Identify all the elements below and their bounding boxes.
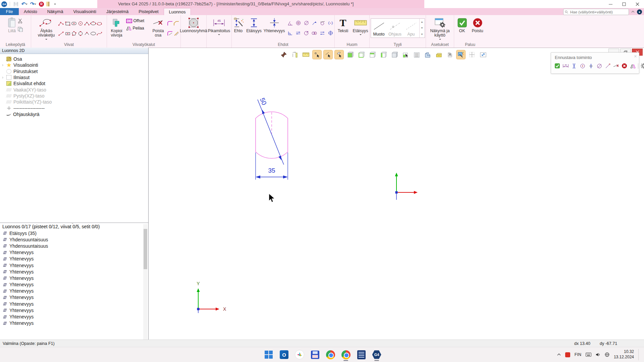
constraint-row[interactable]: Yhtenevyys xyxy=(0,307,148,313)
ok-button[interactable]: OK xyxy=(455,16,469,33)
tree-item[interactable]: › Ilmiasut xyxy=(0,74,148,80)
close-button[interactable] xyxy=(631,0,644,8)
taskbar-clock[interactable]: 10.32 13.12.2024 xyxy=(614,349,634,360)
constraint-row[interactable]: Yhtenevyys xyxy=(0,313,148,320)
spline-tool-icon[interactable] xyxy=(96,31,103,37)
dimension-35[interactable]: 35 xyxy=(256,153,288,180)
polygon-tool-icon[interactable] xyxy=(71,31,77,37)
slack-icon[interactable] xyxy=(294,350,305,360)
style-ohjaus[interactable]: Ohjaus xyxy=(387,19,403,38)
drawing-canvas[interactable]: Ennustava toiminto ✕ 45 xyxy=(149,48,644,340)
expand-chevron-icon[interactable]: › xyxy=(2,75,6,79)
constraint-row[interactable]: Yhtenevyys xyxy=(0,256,148,262)
constraint-row[interactable]: Yhtenevyys xyxy=(0,262,148,268)
smart-polyline-button[interactable]: Älykäs viivaketju xyxy=(35,16,57,41)
copy-lines-button[interactable]: Kopioi viivoja xyxy=(108,16,125,38)
style-apu[interactable]: Apu xyxy=(403,19,419,38)
tree-item[interactable]: › Poikittais(YZ)-taso xyxy=(0,99,148,105)
tree-item[interactable]: › Esivalitut ehdot xyxy=(0,80,148,86)
tree-item[interactable]: › -------------------- xyxy=(0,105,148,111)
rectangle-center-tool-icon[interactable] xyxy=(64,31,71,37)
constraint-row[interactable]: Yhtenevyys xyxy=(0,288,148,294)
tangent-constraint-icon[interactable] xyxy=(318,20,326,26)
menu-item[interactable]: Pistepilvet xyxy=(133,8,163,15)
user-avatar[interactable]: ● xyxy=(637,9,642,14)
offset-button[interactable]: Offset xyxy=(126,18,150,23)
ellipse-tool-icon[interactable] xyxy=(90,31,96,37)
text-button[interactable]: T Teksti xyxy=(335,16,351,33)
constraint-row[interactable]: Yhtenevyys xyxy=(0,275,148,281)
splitter-chevron-icon[interactable]: ⌄ xyxy=(71,221,74,225)
app-logo-icon[interactable]: G4 xyxy=(1,1,7,7)
equal-distance-constraint-icon[interactable] xyxy=(318,30,326,36)
parallel-constraint-icon[interactable] xyxy=(294,30,302,36)
tab-luonnos-active[interactable]: Luonnos xyxy=(164,8,191,15)
constraint-row[interactable]: Yhtenevyys xyxy=(0,320,148,326)
sketch-group-button[interactable]: Luonnosryhmä xyxy=(180,16,207,33)
constraint-row[interactable]: Yhdensuuntaisuus xyxy=(0,236,148,243)
tree-item[interactable]: › Pysty(XZ)-taso xyxy=(0,93,148,99)
fillet-corner-icon[interactable] xyxy=(167,20,173,27)
document-app-icon[interactable] xyxy=(356,350,366,360)
tree-item[interactable]: › Ohjauskäyrä xyxy=(0,111,148,117)
fix-constraint-icon[interactable] xyxy=(326,30,334,36)
constraint-row[interactable]: Yhdensuuntaisuus xyxy=(0,243,148,249)
rectangle-tool-icon[interactable] xyxy=(64,20,71,27)
ellipse-points-tool-icon[interactable] xyxy=(90,20,96,27)
constraint-row[interactable]: Yhtenevyys xyxy=(0,301,148,307)
volume-icon[interactable] xyxy=(596,353,600,357)
undo-button[interactable]: ↶ xyxy=(21,1,28,7)
style-scroll-arrows[interactable]: ▲▼▼ xyxy=(419,19,425,38)
constraint-row[interactable]: Yhtenevyys xyxy=(0,249,148,256)
expand-chevron-icon[interactable]: › xyxy=(2,63,6,67)
constraint-row[interactable]: Yhtenevyys xyxy=(0,294,148,301)
dimension-50[interactable]: 50 xyxy=(258,97,284,165)
record-badge-icon[interactable]: R xyxy=(39,2,44,7)
outlook-icon[interactable]: O xyxy=(279,350,289,360)
scrollbar-thumb[interactable] xyxy=(144,229,147,269)
arc-tool-icon[interactable] xyxy=(84,31,90,37)
tray-app-icon[interactable] xyxy=(565,352,570,357)
fillet-trim-icon[interactable] xyxy=(167,31,173,37)
menu-item[interactable]: Visualisointi xyxy=(68,8,101,15)
midpoint-constraint-icon[interactable] xyxy=(326,20,334,26)
minimize-button[interactable] xyxy=(604,0,617,8)
exit-button[interactable]: Poistu xyxy=(470,16,485,33)
chrome-profile-icon[interactable] xyxy=(341,350,351,360)
show-desktop-button[interactable] xyxy=(638,349,640,360)
tree-item[interactable]: › Piirustukset xyxy=(0,68,148,74)
save-button[interactable] xyxy=(13,1,19,7)
constraint-row[interactable]: Yhtenevyys xyxy=(0,282,148,288)
circle-points-tool-icon[interactable] xyxy=(77,31,84,37)
macro-icon[interactable] xyxy=(47,2,49,6)
redo-button[interactable]: ↷ xyxy=(30,1,36,7)
view-and-use-button[interactable]: Näkymä ja käyttö xyxy=(427,16,453,41)
diameter-constraint-icon[interactable] xyxy=(302,20,310,26)
start-button[interactable] xyxy=(264,350,274,360)
distance-note-button[interactable]: Etäisyys xyxy=(352,16,369,36)
equal-radius-constraint-icon[interactable] xyxy=(310,30,318,36)
save-app-icon[interactable] xyxy=(310,350,320,360)
concentric-constraint-icon[interactable] xyxy=(294,20,302,26)
menu-item[interactable]: Järjestelmä xyxy=(101,8,133,15)
perpendicular-constraint-icon[interactable] xyxy=(286,30,294,36)
constraint-row[interactable]: Yhtenevyys xyxy=(0,268,148,275)
constraint-row[interactable]: Etäisyys (35) xyxy=(0,230,148,236)
customize-toolbar-button[interactable] xyxy=(52,1,58,7)
cut-button[interactable] xyxy=(17,18,23,24)
closed-spline-tool-icon[interactable] xyxy=(96,20,103,27)
maximize-button[interactable] xyxy=(617,0,631,8)
chamfer-icon[interactable] xyxy=(173,20,180,27)
menu-item[interactable]: Arkisto xyxy=(19,8,42,15)
polyline-tool-icon[interactable] xyxy=(58,20,64,27)
copy-button[interactable] xyxy=(17,26,23,33)
paste-button[interactable]: Liitä xyxy=(8,16,16,33)
sketch-geometry[interactable]: 50 35 xyxy=(149,48,644,340)
touch-keyboard-icon[interactable] xyxy=(586,353,591,357)
language-indicator[interactable]: FIN xyxy=(575,352,581,357)
distance-constraint-button[interactable]: Etäisyys xyxy=(246,16,262,33)
tree-item[interactable]: › Visualisointi xyxy=(0,62,148,68)
tree-item[interactable]: › Osa xyxy=(0,56,148,62)
mirror-button[interactable]: Peilaa xyxy=(126,26,150,31)
network-icon[interactable] xyxy=(605,352,609,357)
